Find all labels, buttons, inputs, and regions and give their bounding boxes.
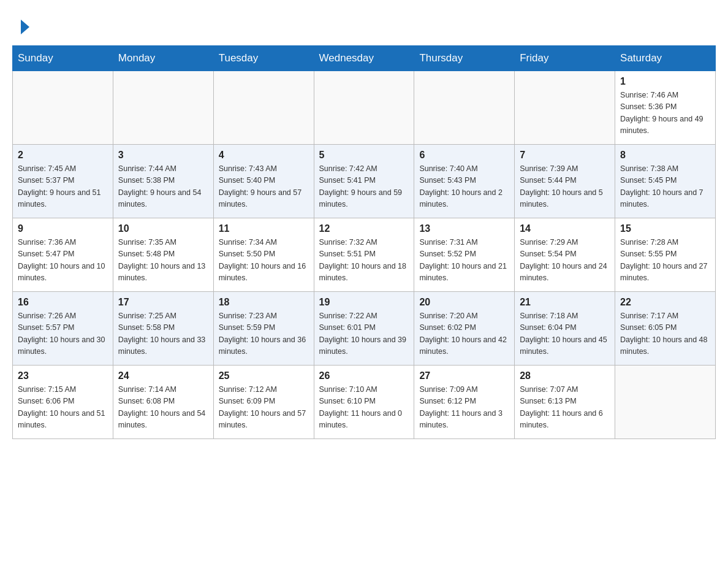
logo	[18, 18, 29, 33]
calendar-cell	[213, 71, 314, 145]
day-number: 11	[219, 223, 309, 234]
day-number: 23	[18, 370, 108, 381]
calendar-cell: 17Sunrise: 7:25 AMSunset: 5:58 PMDayligh…	[113, 292, 213, 366]
day-number: 3	[118, 150, 208, 161]
day-info: Sunrise: 7:39 AMSunset: 5:44 PMDaylight:…	[520, 163, 610, 211]
header	[12, 12, 716, 39]
calendar-week-3: 9Sunrise: 7:36 AMSunset: 5:47 PMDaylight…	[13, 218, 716, 292]
calendar-cell: 26Sunrise: 7:10 AMSunset: 6:10 PMDayligh…	[314, 366, 414, 439]
calendar-cell: 13Sunrise: 7:31 AMSunset: 5:52 PMDayligh…	[414, 218, 515, 292]
day-number: 18	[219, 297, 309, 308]
day-number: 14	[520, 223, 610, 234]
calendar-cell: 18Sunrise: 7:23 AMSunset: 5:59 PMDayligh…	[213, 292, 314, 366]
day-info: Sunrise: 7:46 AMSunset: 5:36 PMDaylight:…	[620, 90, 710, 137]
day-number: 17	[118, 297, 208, 308]
day-number: 10	[118, 223, 208, 234]
calendar-cell: 1Sunrise: 7:46 AMSunset: 5:36 PMDaylight…	[615, 71, 716, 145]
calendar-week-4: 16Sunrise: 7:26 AMSunset: 5:57 PMDayligh…	[13, 292, 716, 366]
calendar-cell: 15Sunrise: 7:28 AMSunset: 5:55 PMDayligh…	[615, 218, 716, 292]
logo-arrow-icon	[21, 20, 29, 34]
day-number: 26	[319, 370, 409, 381]
calendar-header-row: SundayMondayTuesdayWednesdayThursdayFrid…	[13, 46, 716, 71]
day-number: 21	[520, 297, 610, 308]
day-number: 4	[219, 150, 309, 161]
day-number: 16	[18, 297, 108, 308]
day-info: Sunrise: 7:14 AMSunset: 6:08 PMDaylight:…	[118, 384, 208, 432]
day-number: 19	[319, 297, 409, 308]
calendar-cell: 5Sunrise: 7:42 AMSunset: 5:41 PMDaylight…	[314, 145, 414, 218]
day-info: Sunrise: 7:26 AMSunset: 5:57 PMDaylight:…	[18, 310, 108, 358]
calendar-cell	[113, 71, 213, 145]
calendar-cell: 22Sunrise: 7:17 AMSunset: 6:05 PMDayligh…	[615, 292, 716, 366]
day-info: Sunrise: 7:29 AMSunset: 5:54 PMDaylight:…	[520, 237, 610, 285]
day-number: 13	[419, 223, 509, 234]
day-number: 20	[419, 297, 509, 308]
day-info: Sunrise: 7:44 AMSunset: 5:38 PMDaylight:…	[118, 163, 208, 211]
day-info: Sunrise: 7:25 AMSunset: 5:58 PMDaylight:…	[118, 310, 208, 358]
day-info: Sunrise: 7:22 AMSunset: 6:01 PMDaylight:…	[319, 310, 409, 358]
day-header-thursday: Thursday	[414, 46, 515, 71]
calendar-cell: 27Sunrise: 7:09 AMSunset: 6:12 PMDayligh…	[414, 366, 515, 439]
calendar-cell: 25Sunrise: 7:12 AMSunset: 6:09 PMDayligh…	[213, 366, 314, 439]
day-info: Sunrise: 7:38 AMSunset: 5:45 PMDaylight:…	[620, 163, 710, 211]
day-info: Sunrise: 7:09 AMSunset: 6:12 PMDaylight:…	[419, 384, 509, 432]
day-info: Sunrise: 7:23 AMSunset: 5:59 PMDaylight:…	[219, 310, 309, 358]
calendar-cell: 4Sunrise: 7:43 AMSunset: 5:40 PMDaylight…	[213, 145, 314, 218]
day-info: Sunrise: 7:18 AMSunset: 6:04 PMDaylight:…	[520, 310, 610, 358]
day-info: Sunrise: 7:45 AMSunset: 5:37 PMDaylight:…	[18, 163, 108, 211]
day-number: 2	[18, 150, 108, 161]
day-info: Sunrise: 7:07 AMSunset: 6:13 PMDaylight:…	[520, 384, 610, 432]
day-info: Sunrise: 7:15 AMSunset: 6:06 PMDaylight:…	[18, 384, 108, 432]
calendar-week-5: 23Sunrise: 7:15 AMSunset: 6:06 PMDayligh…	[13, 366, 716, 439]
day-header-tuesday: Tuesday	[213, 46, 314, 71]
day-info: Sunrise: 7:20 AMSunset: 6:02 PMDaylight:…	[419, 310, 509, 358]
day-info: Sunrise: 7:42 AMSunset: 5:41 PMDaylight:…	[319, 163, 409, 211]
calendar-cell	[615, 366, 716, 439]
day-info: Sunrise: 7:12 AMSunset: 6:09 PMDaylight:…	[219, 384, 309, 432]
calendar-cell	[13, 71, 113, 145]
calendar-table: SundayMondayTuesdayWednesdayThursdayFrid…	[12, 45, 716, 439]
calendar-cell	[414, 71, 515, 145]
calendar-cell: 7Sunrise: 7:39 AMSunset: 5:44 PMDaylight…	[515, 145, 615, 218]
calendar-cell: 14Sunrise: 7:29 AMSunset: 5:54 PMDayligh…	[515, 218, 615, 292]
calendar-cell: 8Sunrise: 7:38 AMSunset: 5:45 PMDaylight…	[615, 145, 716, 218]
day-number: 5	[319, 150, 409, 161]
calendar-cell: 6Sunrise: 7:40 AMSunset: 5:43 PMDaylight…	[414, 145, 515, 218]
calendar-cell	[515, 71, 615, 145]
day-number: 1	[620, 76, 710, 87]
day-header-sunday: Sunday	[13, 46, 113, 71]
day-header-wednesday: Wednesday	[314, 46, 414, 71]
day-header-friday: Friday	[515, 46, 615, 71]
calendar-week-1: 1Sunrise: 7:46 AMSunset: 5:36 PMDaylight…	[13, 71, 716, 145]
day-header-monday: Monday	[113, 46, 213, 71]
day-info: Sunrise: 7:31 AMSunset: 5:52 PMDaylight:…	[419, 237, 509, 285]
day-number: 15	[620, 223, 710, 234]
day-info: Sunrise: 7:32 AMSunset: 5:51 PMDaylight:…	[319, 237, 409, 285]
calendar-cell: 20Sunrise: 7:20 AMSunset: 6:02 PMDayligh…	[414, 292, 515, 366]
day-info: Sunrise: 7:36 AMSunset: 5:47 PMDaylight:…	[18, 237, 108, 285]
day-header-saturday: Saturday	[615, 46, 716, 71]
day-info: Sunrise: 7:10 AMSunset: 6:10 PMDaylight:…	[319, 384, 409, 432]
day-info: Sunrise: 7:34 AMSunset: 5:50 PMDaylight:…	[219, 237, 309, 285]
calendar-cell: 9Sunrise: 7:36 AMSunset: 5:47 PMDaylight…	[13, 218, 113, 292]
day-number: 6	[419, 150, 509, 161]
calendar-cell: 19Sunrise: 7:22 AMSunset: 6:01 PMDayligh…	[314, 292, 414, 366]
calendar-cell: 12Sunrise: 7:32 AMSunset: 5:51 PMDayligh…	[314, 218, 414, 292]
calendar-cell: 2Sunrise: 7:45 AMSunset: 5:37 PMDaylight…	[13, 145, 113, 218]
calendar-cell: 23Sunrise: 7:15 AMSunset: 6:06 PMDayligh…	[13, 366, 113, 439]
calendar-cell	[314, 71, 414, 145]
calendar-cell: 28Sunrise: 7:07 AMSunset: 6:13 PMDayligh…	[515, 366, 615, 439]
day-number: 7	[520, 150, 610, 161]
calendar-cell: 3Sunrise: 7:44 AMSunset: 5:38 PMDaylight…	[113, 145, 213, 218]
day-number: 9	[18, 223, 108, 234]
day-number: 12	[319, 223, 409, 234]
day-number: 28	[520, 370, 610, 381]
calendar-cell: 16Sunrise: 7:26 AMSunset: 5:57 PMDayligh…	[13, 292, 113, 366]
calendar-week-2: 2Sunrise: 7:45 AMSunset: 5:37 PMDaylight…	[13, 145, 716, 218]
calendar-cell: 10Sunrise: 7:35 AMSunset: 5:48 PMDayligh…	[113, 218, 213, 292]
calendar-cell: 24Sunrise: 7:14 AMSunset: 6:08 PMDayligh…	[113, 366, 213, 439]
day-number: 25	[219, 370, 309, 381]
calendar-cell: 21Sunrise: 7:18 AMSunset: 6:04 PMDayligh…	[515, 292, 615, 366]
day-info: Sunrise: 7:43 AMSunset: 5:40 PMDaylight:…	[219, 163, 309, 211]
calendar-cell: 11Sunrise: 7:34 AMSunset: 5:50 PMDayligh…	[213, 218, 314, 292]
